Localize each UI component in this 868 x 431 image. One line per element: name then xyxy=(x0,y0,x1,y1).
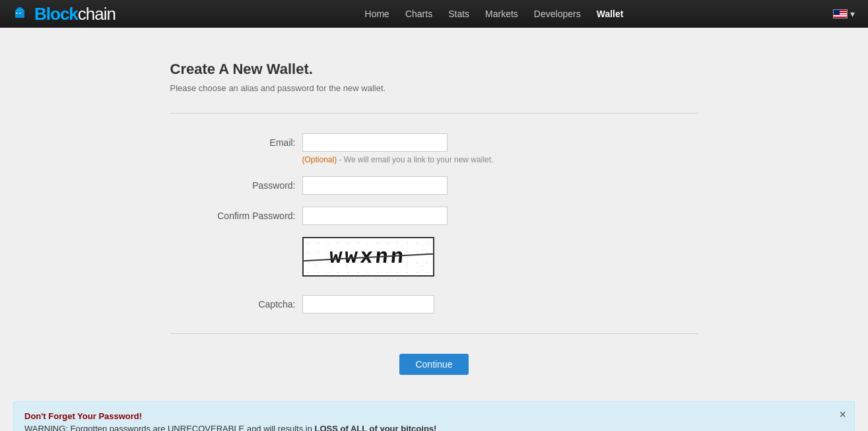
email-row: Email: (Optional) - We will email you a … xyxy=(170,133,698,164)
password-input[interactable] xyxy=(302,176,448,195)
logo-block-text: Block xyxy=(34,4,78,24)
logo-icon xyxy=(13,7,32,20)
alert-title: Don't Forget Your Password! xyxy=(24,411,844,421)
alert-body-highlight: LOSS of ALL of your bitcoins! xyxy=(315,424,437,431)
alert-body-prefix: WARNING: Forgotten passwords are UNRECOV… xyxy=(24,424,315,431)
logo[interactable]: Blockchain xyxy=(13,4,116,24)
svg-rect-2 xyxy=(18,7,22,9)
svg-rect-3 xyxy=(16,13,18,14)
submit-row: Continue xyxy=(170,354,698,375)
logo-chain-text: chain xyxy=(78,4,116,24)
captcha-image: wwxnn xyxy=(302,237,434,277)
captcha-image-row: wwxnn xyxy=(170,237,698,283)
nav-stats[interactable]: Stats xyxy=(448,9,469,19)
svg-rect-4 xyxy=(19,13,21,14)
captcha-label: Captcha: xyxy=(170,295,302,310)
confirm-password-input[interactable] xyxy=(302,207,448,225)
nav-links: Home Charts Stats Markets Developers Wal… xyxy=(155,9,833,19)
email-field-group: (Optional) - We will email you a link to… xyxy=(302,133,494,164)
nav-markets[interactable]: Markets xyxy=(485,9,518,19)
password-field-group xyxy=(302,176,448,195)
nav-home[interactable]: Home xyxy=(365,9,389,19)
captcha-input-row: Captcha: xyxy=(170,295,698,314)
confirm-password-field-group xyxy=(302,207,448,225)
navbar: Blockchain Home Charts Stats Markets Dev… xyxy=(0,0,868,28)
alert-banner: × Don't Forget Your Password! WARNING: F… xyxy=(13,401,855,431)
divider-bottom xyxy=(170,333,698,334)
nav-wallet[interactable]: Wallet xyxy=(597,9,624,19)
form-container: Create A New Wallet. Please choose an al… xyxy=(170,61,698,375)
page-title: Create A New Wallet. xyxy=(170,61,698,78)
page-subtitle: Please choose an alias and password for … xyxy=(170,83,698,93)
optional-label: (Optional) xyxy=(302,155,337,164)
password-row: Password: xyxy=(170,176,698,195)
confirm-password-label: Confirm Password: xyxy=(170,207,302,221)
password-label: Password: xyxy=(170,176,302,191)
us-flag-icon xyxy=(833,9,848,18)
email-hint: (Optional) - We will email you a link to… xyxy=(302,155,494,164)
language-selector[interactable]: ▾ xyxy=(833,9,855,19)
main-content: Create A New Wallet. Please choose an al… xyxy=(0,28,868,401)
continue-button[interactable]: Continue xyxy=(399,354,468,375)
alert-body: WARNING: Forgotten passwords are UNRECOV… xyxy=(24,424,844,431)
nav-charts[interactable]: Charts xyxy=(405,9,432,19)
alert-close-button[interactable]: × xyxy=(839,409,846,420)
email-hint-text: - We will email you a link to your new w… xyxy=(337,155,493,164)
divider-top xyxy=(170,113,698,114)
dropdown-arrow-icon: ▾ xyxy=(850,9,855,19)
captcha-input[interactable] xyxy=(302,295,434,314)
email-input[interactable] xyxy=(302,133,448,152)
captcha-field-group xyxy=(302,295,434,314)
email-label: Email: xyxy=(170,133,302,148)
nav-developers[interactable]: Developers xyxy=(534,9,581,19)
confirm-password-row: Confirm Password: xyxy=(170,207,698,225)
